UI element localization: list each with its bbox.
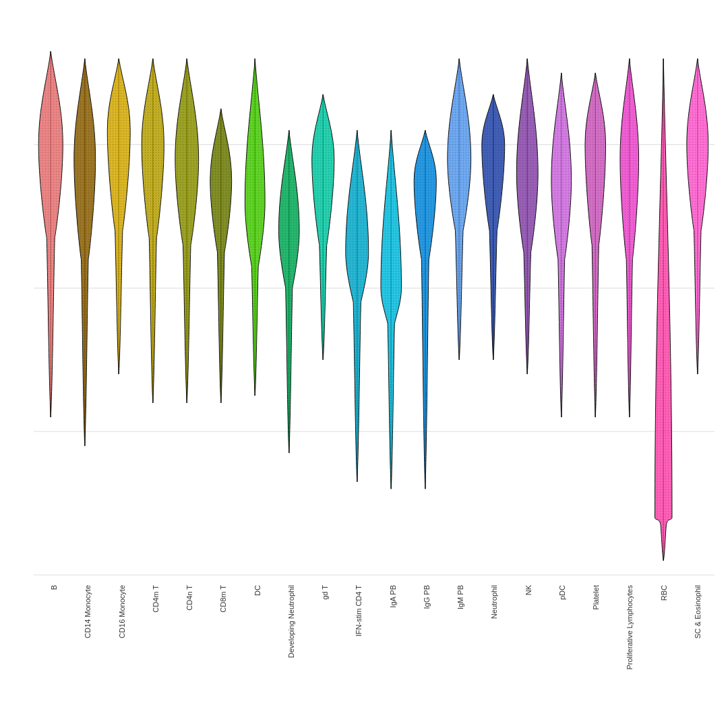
x-label-CD8m T: CD8m T — [206, 582, 240, 613]
x-label-IFN-stim CD4 T: IFN-stim CD4 T — [342, 582, 375, 636]
x-label-text: DC — [253, 585, 262, 596]
x-label-IgG PB: IgG PB — [410, 582, 444, 609]
svg-rect-67 — [681, 55, 715, 377]
x-label-text: Proliferative Lymphocytes — [626, 585, 634, 670]
x-label-text: SC & Eosinophil — [694, 585, 702, 639]
x-label-text: CD4m T — [152, 585, 160, 613]
svg-rect-61 — [578, 69, 613, 421]
x-label-pDC: pDC — [545, 582, 579, 600]
x-label-CD4n T: CD4n T — [173, 582, 206, 611]
x-label-text: pDC — [558, 585, 566, 600]
chart-container: 0.00.20.40.6 BCD14 MonocyteCD16 Monocyte… — [0, 0, 728, 703]
x-label-text: IgA PB — [389, 585, 397, 608]
x-label-text: RBC — [660, 585, 668, 601]
svg-rect-31 — [68, 55, 102, 450]
svg-rect-29 — [34, 48, 68, 421]
x-label-CD16 Monocyte: CD16 Monocyte — [105, 582, 139, 638]
x-label-text: Neutrophil — [490, 585, 498, 619]
x-label-text: CD8m T — [219, 585, 227, 613]
x-label-Platelet: Platelet — [579, 582, 613, 610]
x-label-text: Platelet — [592, 585, 600, 610]
x-label-B: B — [37, 582, 71, 590]
violin-chart: 0.00.20.40.6 — [34, 30, 715, 582]
svg-rect-53 — [442, 55, 477, 363]
x-label-text: Developing Neutrophil — [287, 585, 295, 658]
x-label-RBC: RBC — [647, 582, 681, 601]
svg-rect-59 — [545, 69, 579, 421]
svg-rect-51 — [408, 127, 443, 492]
x-label-Proliferative Lymphocytes: Proliferative Lymphocytes — [613, 582, 646, 670]
x-label-Developing Neutrophil: Developing Neutrophil — [274, 582, 308, 658]
x-axis-labels: BCD14 MonocyteCD16 MonocyteCD4m TCD4n TC… — [37, 582, 715, 696]
x-label-DC: DC — [241, 582, 274, 596]
x-label-SC & Eosinophil: SC & Eosinophil — [681, 582, 715, 639]
x-label-CD14 Monocyte: CD14 Monocyte — [71, 582, 104, 638]
svg-rect-45 — [306, 91, 340, 363]
x-label-text: IFN-stim CD4 T — [355, 585, 363, 636]
chart-title — [0, 0, 728, 8]
x-label-gd T: gd T — [308, 582, 342, 600]
svg-rect-37 — [170, 55, 204, 406]
x-label-CD4m T: CD4m T — [139, 582, 173, 613]
x-label-text: gd T — [321, 585, 329, 600]
x-label-IgA PB: IgA PB — [376, 582, 410, 608]
svg-rect-35 — [136, 55, 171, 406]
svg-rect-43 — [272, 127, 307, 456]
svg-rect-57 — [510, 55, 545, 377]
x-label-text: CD16 Monocyte — [118, 585, 126, 638]
x-label-text: NK — [524, 585, 533, 595]
svg-rect-41 — [238, 55, 272, 399]
x-label-text: CD4n T — [185, 585, 193, 611]
svg-rect-39 — [204, 105, 239, 406]
svg-rect-55 — [477, 91, 511, 363]
svg-rect-33 — [102, 55, 136, 377]
x-label-IgM PB: IgM PB — [444, 582, 477, 609]
x-label-text: B — [50, 585, 58, 590]
x-label-text: IgG PB — [423, 585, 431, 609]
svg-rect-49 — [374, 127, 408, 492]
x-label-NK: NK — [512, 582, 545, 595]
svg-rect-63 — [613, 55, 647, 421]
x-label-text: CD14 Monocyte — [84, 585, 92, 638]
x-label-Neutrophil: Neutrophil — [477, 582, 511, 619]
svg-rect-65 — [646, 55, 681, 564]
x-label-text: IgM PB — [456, 585, 464, 609]
